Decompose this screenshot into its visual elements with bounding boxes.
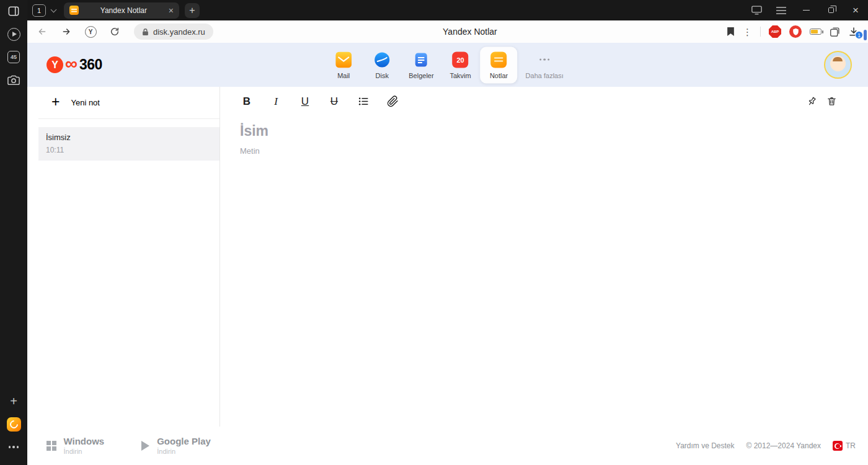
copy-panels-icon: [830, 27, 840, 37]
tabs-counter-button[interactable]: 45: [5, 48, 22, 66]
services-nav: Mail Disk Belgeler: [325, 46, 570, 83]
nav-item-takvim[interactable]: 20 Takvim: [442, 46, 479, 83]
play-circle-icon: [7, 28, 20, 41]
menu-button[interactable]: [769, 0, 794, 20]
protect-button[interactable]: Y: [83, 26, 98, 38]
store-title: Google Play: [157, 436, 211, 447]
toolbar-menu-button[interactable]: ⋮: [743, 27, 752, 37]
strip-more-button[interactable]: [5, 438, 22, 456]
google-play-download-link[interactable]: Google Play İndirin: [141, 436, 211, 456]
nav-item-notlar[interactable]: Notlar: [480, 46, 518, 83]
bookmark-button[interactable]: [727, 27, 735, 37]
note-actions: [807, 95, 837, 107]
note-title-input[interactable]: İsim: [240, 123, 837, 140]
footer-right: Yardım ve Destek © 2012—2024 Yandex TR: [676, 441, 856, 451]
sidebar-panel-icon: [8, 6, 19, 17]
bullet-list-button[interactable]: [356, 95, 370, 107]
play-button[interactable]: [5, 25, 22, 43]
address-bar[interactable]: disk.yandex.ru: [134, 24, 213, 40]
back-button[interactable]: [35, 27, 50, 37]
notes-sidebar: + Yeni not İsimsiz 10:11: [38, 87, 220, 427]
screenshot-button[interactable]: [5, 71, 22, 89]
battery-level: [811, 30, 818, 33]
camera-icon: [7, 75, 20, 86]
new-note-button[interactable]: + Yeni not: [38, 87, 219, 119]
strikethrough-button[interactable]: U: [327, 96, 341, 107]
italic-button[interactable]: I: [269, 96, 283, 107]
underline-button[interactable]: U: [298, 96, 312, 107]
close-window-button[interactable]: ×: [843, 0, 868, 20]
close-icon: ×: [852, 5, 859, 16]
bold-button[interactable]: B: [240, 96, 254, 107]
tab-yandex-notlar[interactable]: Yandex Notlar ×: [64, 2, 179, 19]
note-time: 10:11: [46, 146, 212, 154]
note-list-item[interactable]: İsimsiz 10:11: [38, 127, 219, 161]
restore-icon: [828, 7, 834, 13]
notes-favicon-icon: [69, 6, 79, 15]
plus-icon: +: [51, 95, 60, 109]
nav-label: Daha fazlası: [526, 71, 564, 79]
google-play-icon: [141, 441, 149, 451]
copyright-text: © 2012—2024 Yandex: [746, 441, 822, 450]
toolbar-page-title: Yandex Notlar: [213, 27, 727, 37]
new-note-label: Yeni not: [71, 98, 100, 107]
yandex-logo-icon: Y: [46, 56, 63, 73]
note-editor: B I U U: [220, 87, 868, 427]
scrollbar-thumb[interactable]: [864, 30, 867, 40]
trash-icon: [826, 95, 837, 107]
adblock-plus-extension-button[interactable]: ABP: [769, 25, 781, 38]
documents-icon: [413, 51, 429, 68]
panels-button[interactable]: [830, 27, 840, 37]
hamburger-icon: [776, 7, 786, 14]
attach-button[interactable]: [386, 95, 399, 107]
chevron-down-icon[interactable]: [51, 6, 57, 12]
nav-item-mail[interactable]: Mail: [325, 46, 362, 83]
tab-close-icon[interactable]: ×: [169, 6, 174, 15]
bookmark-icon: [727, 27, 735, 37]
arrow-right-icon: [61, 27, 72, 37]
forward-button[interactable]: [59, 27, 74, 37]
format-toolbar: B I U U: [240, 89, 837, 113]
plus-icon: +: [10, 395, 17, 407]
minimize-button[interactable]: [794, 0, 818, 20]
more-dots-icon: [9, 446, 19, 448]
calendar-icon: 20: [453, 51, 469, 68]
note-body-input[interactable]: Metin: [240, 146, 837, 156]
nav-item-disk[interactable]: Disk: [363, 46, 401, 83]
shield-icon: [792, 28, 799, 35]
battery-button[interactable]: [810, 29, 822, 35]
toolbar-divider: [760, 27, 761, 37]
yandex-browser-icon: [7, 417, 21, 432]
mail-icon: [335, 51, 352, 68]
sidebar-toggle-button[interactable]: [5, 2, 22, 20]
nav-item-more[interactable]: Daha fazlası: [519, 46, 570, 83]
windows-download-link[interactable]: Windows İndirin: [46, 436, 104, 456]
arrow-left-icon: [37, 27, 48, 37]
restore-button[interactable]: [818, 0, 843, 20]
tabbar-right-controls: ×: [744, 0, 868, 20]
help-link[interactable]: Yardım ve Destek: [676, 441, 734, 450]
shield-extension-button[interactable]: [789, 25, 802, 38]
strip-add-button[interactable]: +: [5, 392, 22, 410]
delete-note-button[interactable]: [826, 95, 837, 107]
plus-icon: +: [189, 6, 195, 16]
refresh-button[interactable]: [107, 27, 122, 37]
tab-count-box[interactable]: 1: [32, 4, 46, 17]
nav-item-belgeler[interactable]: Belgeler: [402, 46, 440, 83]
infinity-icon: ∞: [65, 56, 78, 71]
paperclip-icon: [387, 95, 399, 107]
downloads-button[interactable]: 1: [848, 26, 859, 37]
cast-button[interactable]: [744, 0, 769, 20]
nav-label: Notlar: [490, 71, 508, 79]
language-selector[interactable]: TR: [833, 441, 856, 451]
pin-note-button[interactable]: [805, 94, 820, 108]
user-avatar[interactable]: [824, 51, 852, 79]
nav-label: Takvim: [450, 71, 471, 79]
yandex-browser-button[interactable]: [5, 415, 22, 433]
minimize-icon: [803, 10, 810, 11]
new-tab-button[interactable]: +: [185, 3, 200, 18]
yandex-360-logo[interactable]: Y ∞ 360: [46, 56, 102, 73]
pin-icon: [805, 94, 820, 108]
store-subtitle: İndirin: [157, 448, 211, 455]
list-icon: [358, 95, 370, 107]
